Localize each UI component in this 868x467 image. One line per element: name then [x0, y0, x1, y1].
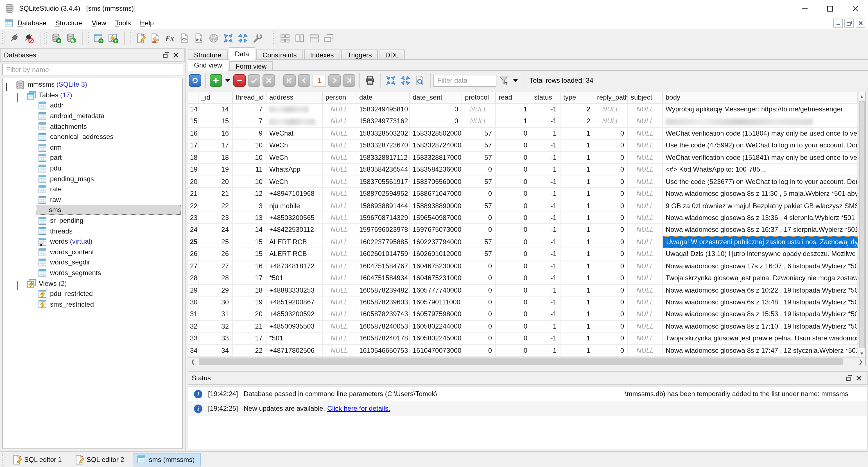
cell-date_sent[interactable]: 0 [410, 104, 462, 116]
tab-form-view[interactable]: Form view [229, 61, 273, 70]
cell-date[interactable]: 1588938891444 [356, 200, 410, 212]
cell-_id[interactable]: 29 [198, 285, 233, 296]
cell-_id[interactable]: 34 [198, 345, 233, 357]
cell-subject[interactable]: NULL [628, 140, 663, 152]
cell-thread_id[interactable]: 15 [233, 236, 267, 249]
row-header[interactable]: 21 [188, 188, 198, 200]
cell-body[interactable]: WeChat verification code (151804) may on… [663, 128, 858, 140]
cell-reply_path[interactable]: 0 [594, 296, 628, 309]
cell-type[interactable]: 1 [560, 345, 594, 357]
cell-person[interactable]: NULL [323, 309, 356, 321]
cell-thread_id[interactable]: 17 [233, 272, 267, 285]
cell-body[interactable]: Wypróbuj aplikację Messenger: https://fb… [663, 104, 858, 116]
cell-protocol[interactable]: 57 [462, 176, 496, 188]
cell-status[interactable]: -1 [531, 309, 560, 321]
tree-item-raw[interactable]: raw [3, 195, 182, 205]
export-data-icon[interactable] [399, 74, 411, 87]
cell-status[interactable]: -1 [531, 164, 560, 176]
cell-address[interactable]: ALERT RCB [267, 236, 323, 249]
row-header[interactable]: 17 [188, 140, 198, 152]
cell-body[interactable]: Uwaga! W przestrzeni publicznej zaslon u… [663, 236, 858, 249]
scroll-right-icon[interactable]: ❯ [856, 358, 865, 366]
cell-read[interactable]: 0 [496, 321, 531, 333]
cell-date[interactable]: 1605878240178 [356, 333, 410, 345]
cell-subject[interactable]: NULL [628, 333, 663, 345]
cell-thread_id[interactable]: 7 [233, 116, 267, 128]
collations-editor-icon[interactable]: a·z [192, 31, 206, 45]
cell-body[interactable]: Nowa wiadomosc glosowa 8s z 17:10 , 19 l… [663, 321, 858, 333]
chevron-right-icon[interactable] [29, 187, 33, 192]
row-header[interactable]: 19 [188, 164, 198, 176]
tree-item-words_segdir[interactable]: words_segdir [3, 257, 182, 267]
cell-body[interactable]: 9 GB za 0zl ròwniez w maju! Bezplatny pa… [663, 200, 858, 212]
cell-read[interactable]: 0 [496, 345, 531, 357]
cell-address[interactable] [267, 116, 323, 128]
cell-read[interactable]: 0 [496, 309, 531, 321]
cell-body[interactable]: Twoja skrzynka glosowa jest prawie pelna… [663, 333, 858, 345]
cell-type[interactable]: 1 [560, 152, 594, 164]
cell-type[interactable]: 1 [560, 200, 594, 212]
row-header[interactable]: 27 [188, 260, 198, 272]
chevron-right-icon[interactable] [29, 302, 33, 307]
row-header[interactable]: 32 [188, 321, 198, 333]
cell-body[interactable]: Nowa wiadomosc glosowa 8s z 11:30 , 5 ma… [663, 188, 858, 200]
cell-thread_id[interactable]: 16 [233, 260, 267, 272]
scroll-left-icon[interactable]: ❮ [188, 358, 197, 366]
cell-status[interactable]: -1 [531, 212, 560, 224]
cell-person[interactable]: NULL [323, 200, 356, 212]
window-minimize-button[interactable] [792, 0, 817, 17]
cell-date_sent[interactable]: 1583584236000 [410, 164, 462, 176]
add-database-icon[interactable] [49, 31, 64, 45]
cell-protocol[interactable]: 57 [462, 140, 496, 152]
cell-date_sent[interactable]: 0 [410, 116, 462, 128]
rollback-icon[interactable] [262, 74, 275, 87]
cell-date_sent[interactable]: 1605797598000 [410, 309, 462, 321]
tree-item-words[interactable]: vwords (virtual) [3, 236, 182, 247]
tab-triggers[interactable]: Triggers [341, 50, 378, 59]
cell-person[interactable]: NULL [323, 128, 356, 140]
cell-thread_id[interactable]: 21 [233, 321, 267, 333]
cell-subject[interactable]: NULL [628, 188, 663, 200]
chevron-right-icon[interactable] [29, 145, 33, 150]
chevron-right-icon[interactable] [29, 292, 33, 296]
cell-read[interactable]: 0 [496, 224, 531, 236]
cell-address[interactable]: *501 [267, 272, 323, 285]
cell-reply_path[interactable]: 0 [594, 152, 628, 164]
cell-status[interactable]: -1 [531, 285, 560, 296]
cell-type[interactable]: 1 [560, 272, 594, 285]
cell-body[interactable]: Nowa wiadomosc glosowa 8s z 15:53 , 19 l… [663, 309, 858, 321]
column-header-subject[interactable]: subject [628, 92, 663, 104]
cell-type[interactable]: 1 [560, 140, 594, 152]
column-header-date_sent[interactable]: date_sent [410, 92, 462, 104]
grid-horizontal-scrollbar[interactable]: ❮ ❯ [188, 357, 865, 366]
cell-type[interactable]: 1 [560, 285, 594, 296]
chevron-down-icon[interactable] [18, 282, 22, 286]
cell-thread_id[interactable]: 19 [233, 296, 267, 309]
cell-address[interactable]: +48519200867 [267, 296, 323, 309]
export-icon[interactable] [236, 31, 250, 45]
cell-person[interactable]: NULL [323, 285, 356, 296]
cell-date_sent[interactable]: 1588938890000 [410, 200, 462, 212]
scroll-up-icon[interactable]: ▲ [859, 92, 865, 100]
cell-address[interactable]: WeCh [267, 140, 323, 152]
tree-item-Tables[interactable]: Tables (17) [3, 90, 182, 100]
cell-date_sent[interactable]: 1602601012000 [410, 249, 462, 261]
delete-row-icon[interactable] [233, 74, 246, 87]
cell-read[interactable]: 1 [496, 104, 531, 116]
cell-protocol[interactable]: 0 [462, 345, 496, 357]
cell-reply_path[interactable]: 0 [594, 212, 628, 224]
chevron-right-icon[interactable] [29, 229, 33, 234]
cell-read[interactable]: 0 [496, 285, 531, 296]
cell-read[interactable]: 0 [496, 249, 531, 261]
cell-_id[interactable]: 17 [198, 140, 233, 152]
menu-help[interactable]: Help [135, 17, 158, 28]
cell-type[interactable]: 1 [560, 164, 594, 176]
mdi-cascade-icon[interactable] [321, 31, 336, 45]
cell-protocol[interactable]: 57 [462, 249, 496, 261]
cell-protocol[interactable]: 0 [462, 321, 496, 333]
tree-item-threads[interactable]: threads [3, 226, 182, 236]
cell-person[interactable]: NULL [323, 176, 356, 188]
chevron-right-icon[interactable] [29, 218, 33, 223]
cell-subject[interactable]: NULL [628, 104, 663, 116]
cell-protocol[interactable]: 0 [462, 260, 496, 272]
